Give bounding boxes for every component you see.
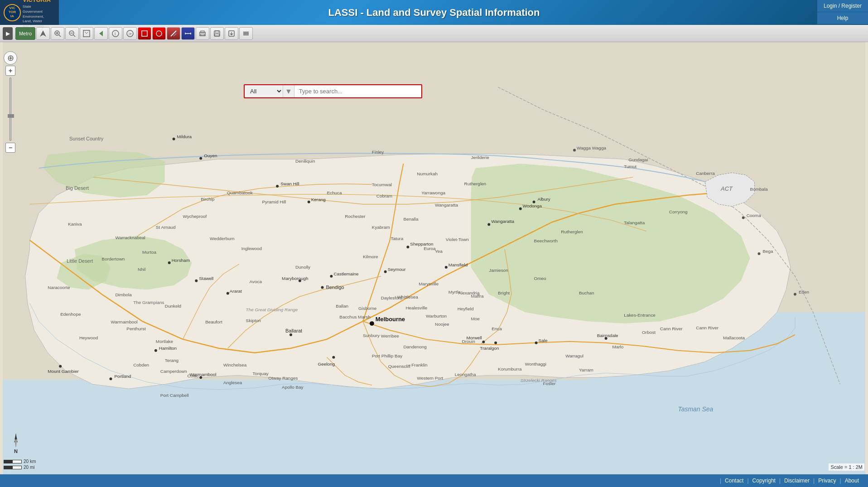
scale-ratio-label: Scale = 1 : 2M [830, 464, 863, 470]
svg-text:The Great Dividing Range: The Great Dividing Range [246, 307, 298, 312]
privacy-link[interactable]: Privacy [818, 477, 836, 484]
map-svg[interactable]: ACT Melbourne Geelong Ballarat Bendigo S… [0, 42, 868, 474]
search-dropdown-icon[interactable]: ▼ [283, 85, 294, 97]
svg-text:Wangaratta: Wangaratta [491, 219, 514, 224]
zoom-thumb[interactable] [8, 114, 14, 118]
svg-text:Marlo: Marlo [612, 344, 624, 349]
svg-text:Rutherglen: Rutherglen [561, 229, 583, 234]
svg-text:Deniliquin: Deniliquin [295, 159, 315, 164]
copyright-link[interactable]: Copyright [752, 477, 776, 484]
svg-text:Horsham: Horsham [172, 258, 190, 263]
panel-toggle-button[interactable]: ▶ [3, 27, 13, 40]
contact-link[interactable]: Contact [725, 477, 743, 484]
svg-rect-26 [243, 32, 249, 33]
disclaimer-link[interactable]: Disclaimer [784, 477, 810, 484]
footer-sep-3: | [779, 477, 781, 484]
svg-text:Warrnambool: Warrnambool [111, 319, 137, 324]
zoom-out-map-button[interactable]: − [5, 143, 15, 153]
svg-point-61 [535, 342, 538, 344]
svg-point-49 [168, 261, 171, 264]
save-map-tool[interactable] [210, 27, 224, 40]
svg-point-89 [794, 293, 796, 296]
zoom-in-tool[interactable] [51, 27, 64, 40]
zoom-in-map-button[interactable]: + [5, 66, 15, 76]
svg-text:Talangatta: Talangatta [624, 220, 645, 225]
measure-tool[interactable] [181, 27, 195, 40]
svg-text:Cann River: Cann River [696, 325, 719, 330]
svg-text:Western Port: Western Port [417, 376, 443, 381]
compass-button[interactable]: ⊕ [4, 51, 17, 65]
map-container[interactable]: ACT Melbourne Geelong Ballarat Bendigo S… [0, 42, 868, 474]
search-overlay: All Address Parcel Survey ▼ [244, 84, 422, 98]
svg-point-71 [445, 266, 448, 269]
svg-text:Alexandria: Alexandria [458, 290, 480, 295]
svg-text:Drouin: Drouin [462, 339, 475, 344]
melbourne-label: Melbourne [376, 316, 405, 323]
svg-point-75 [308, 201, 310, 203]
help-button[interactable]: Help [817, 12, 868, 24]
navigate-tool[interactable] [36, 27, 50, 40]
info2-tool[interactable]: i+ [123, 27, 137, 40]
export-tool[interactable] [225, 27, 238, 40]
redline-tool[interactable] [167, 27, 180, 40]
svg-text:Cooma: Cooma [747, 213, 761, 218]
svg-point-47 [173, 138, 175, 140]
svg-text:Wonthaggi: Wonthaggi [525, 362, 546, 366]
svg-text:Beaufort: Beaufort [205, 319, 222, 324]
zoom-slider[interactable] [10, 77, 11, 141]
zoom-previous-tool[interactable] [94, 27, 108, 40]
about-link[interactable]: About [845, 477, 859, 484]
zoom-out-tool[interactable] [65, 27, 79, 40]
svg-text:Marysville: Marysville [419, 281, 439, 286]
svg-text:Ararat: Ararat [230, 289, 242, 294]
login-register-button[interactable]: Login / Register [817, 0, 868, 12]
logo-area: VICTORIA VICTORIA StateGovernment Enviro… [0, 0, 59, 25]
svg-point-53 [154, 349, 157, 352]
top-right-buttons: Login / Register Help [817, 0, 868, 24]
svg-text:Omeo: Omeo [534, 276, 547, 281]
svg-text:Benalla: Benalla [403, 217, 419, 222]
svg-text:Leongatha: Leongatha [455, 372, 476, 377]
svg-text:Cobram: Cobram [376, 193, 392, 198]
svg-point-73 [199, 157, 202, 159]
info-tool[interactable]: i [109, 27, 122, 40]
svg-text:Healesville: Healesville [405, 305, 427, 310]
svg-text:Mount Gambier: Mount Gambier [48, 369, 79, 374]
svg-text:Jerilderie: Jerilderie [471, 155, 489, 160]
svg-point-43 [533, 201, 535, 203]
page-title: LASSI - Land and Survey Spatial Informat… [328, 7, 540, 19]
svg-text:Bendigo: Bendigo [326, 284, 344, 290]
print-tool[interactable] [196, 27, 209, 40]
svg-text:Euroa: Euroa [424, 246, 436, 251]
header: VICTORIA VICTORIA StateGovernment Enviro… [0, 0, 868, 25]
metro-button[interactable]: Metro [15, 27, 35, 40]
svg-rect-24 [215, 34, 219, 36]
select2-tool[interactable] [152, 27, 166, 40]
svg-text:Franklin: Franklin [411, 362, 427, 367]
layers-tool[interactable] [239, 27, 253, 40]
zoom-full-tool[interactable] [80, 27, 93, 40]
svg-text:Foster: Foster [543, 381, 556, 386]
svg-text:The Grampians: The Grampians [133, 300, 164, 305]
svg-text:Wedderburn: Wedderburn [210, 236, 234, 241]
svg-text:Hamilton: Hamilton [159, 346, 177, 351]
toolbar: ▶ Metro i i+ [0, 25, 868, 42]
search-input[interactable] [294, 85, 421, 97]
svg-text:Buchan: Buchan [579, 290, 594, 295]
svg-text:Gisborne: Gisborne [358, 306, 377, 311]
svg-text:Gundagai: Gundagai [628, 157, 648, 162]
svg-text:Swan Hill: Swan Hill [280, 181, 299, 186]
svg-text:Skipton: Skipton [246, 318, 261, 323]
svg-text:Eden: Eden [799, 289, 809, 294]
svg-text:Big Desert: Big Desert [66, 185, 89, 191]
svg-text:Cobden: Cobden [133, 362, 149, 367]
north-arrow: N [11, 434, 20, 454]
svg-text:Bordertown: Bordertown [102, 256, 125, 261]
svg-point-81 [482, 341, 485, 343]
svg-rect-27 [243, 33, 249, 34]
svg-text:Beechworth: Beechworth [534, 238, 558, 243]
svg-point-45 [276, 185, 279, 188]
select-tool[interactable] [138, 27, 151, 40]
search-category-select[interactable]: All Address Parcel Survey [245, 85, 283, 97]
svg-text:Albury: Albury [538, 197, 550, 202]
